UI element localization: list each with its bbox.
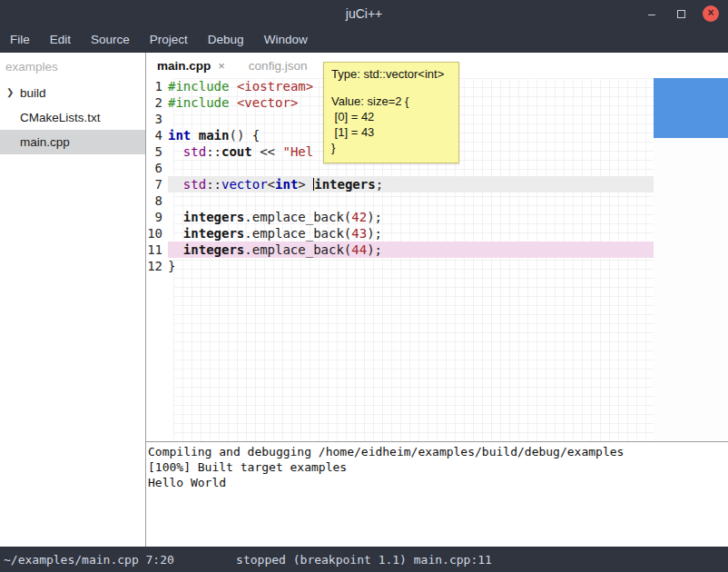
- code-line-7[interactable]: 7 std::vector<int> integers;: [146, 176, 728, 192]
- menu-edit[interactable]: Edit: [40, 27, 81, 53]
- code-token: #include: [168, 95, 229, 110]
- minimize-button[interactable]: –: [644, 6, 659, 21]
- code-token: () {: [229, 128, 260, 143]
- line-number: 7: [146, 176, 168, 192]
- code-token: #include: [168, 79, 229, 94]
- code-line-8[interactable]: 8: [146, 192, 728, 209]
- code-token: .emplace_back(: [244, 210, 351, 224]
- code-token: int: [275, 177, 298, 192]
- window-title: juCi++: [0, 6, 728, 21]
- line-number: 9: [146, 209, 168, 225]
- tree-item-label: main.cpp: [20, 135, 70, 149]
- code-token: [229, 79, 236, 94]
- line-number: 12: [146, 258, 168, 274]
- menu-project[interactable]: Project: [140, 27, 198, 53]
- code-token: [191, 128, 198, 143]
- code-token: );: [367, 242, 382, 257]
- debug-tooltip: Type: std::vector<int> Value: size=2 { […: [323, 62, 459, 163]
- terminal-line: [100%] Built target examples: [148, 459, 728, 475]
- code-line-9[interactable]: 9 integers.emplace_back(42);: [146, 209, 728, 225]
- line-content: }: [168, 258, 654, 274]
- code-token: ;: [376, 177, 383, 192]
- tooltip-value-line: }: [331, 140, 451, 155]
- code-token: [168, 144, 183, 159]
- line-number: 2: [146, 94, 168, 111]
- line-number: 8: [146, 192, 168, 209]
- tree-item-cmakelists-txt[interactable]: CMakeLists.txt: [0, 105, 145, 130]
- tooltip-value-line: [0] = 42: [331, 109, 451, 124]
- code-line-10[interactable]: 10 integers.emplace_back(43);: [146, 225, 728, 242]
- tab-label: config.json: [249, 59, 308, 73]
- tree-item-main-cpp[interactable]: main.cpp: [0, 130, 145, 154]
- menu-source[interactable]: Source: [81, 27, 140, 53]
- terminal-panel[interactable]: Compiling and debugging /home/eidheim/ex…: [146, 441, 728, 547]
- file-tree-sidebar: examples ❯buildCMakeLists.txtmain.cpp: [0, 53, 146, 547]
- code-token: int: [168, 128, 191, 143]
- line-content: integers.emplace_back(44);: [168, 242, 654, 258]
- code-token: ::: [206, 144, 221, 159]
- tooltip-value-line: Value: size=2 {: [331, 94, 451, 109]
- code-token: 43: [351, 226, 367, 241]
- terminal-line: Compiling and debugging /home/eidheim/ex…: [148, 444, 728, 459]
- code-token: std: [183, 177, 206, 192]
- terminal-output: Compiling and debugging /home/eidheim/ex…: [148, 444, 728, 490]
- code-token: [168, 210, 183, 224]
- source-map[interactable]: [654, 78, 728, 441]
- code-token: <: [268, 177, 275, 192]
- code-token: main: [199, 128, 230, 143]
- tooltip-value-line: [1] = 43: [331, 124, 451, 140]
- menu-window[interactable]: Window: [254, 27, 318, 53]
- menubar: FileEditSourceProjectDebugWindow: [0, 27, 728, 53]
- code-token: }: [168, 259, 175, 273]
- line-number: 11: [146, 242, 168, 258]
- code-token: <vector>: [237, 95, 298, 110]
- code-token: integers: [183, 242, 244, 257]
- line-content: integers.emplace_back(43);: [168, 225, 654, 242]
- line-number: 3: [146, 111, 168, 127]
- code-token: std: [183, 144, 206, 159]
- code-token: >: [298, 177, 305, 192]
- window-controls: – ×: [644, 0, 719, 27]
- code-token: "Hel: [282, 144, 313, 159]
- code-token: integers: [183, 226, 244, 241]
- tab-main-cpp[interactable]: main.cpp×: [157, 59, 225, 73]
- menu-debug[interactable]: Debug: [198, 27, 254, 53]
- tab-close-icon[interactable]: ×: [218, 59, 225, 73]
- tooltip-type-line: Type: std::vector<int>: [331, 67, 451, 81]
- code-token: integers: [183, 210, 244, 224]
- code-token: 42: [351, 210, 367, 224]
- tree-item-label: CMakeLists.txt: [20, 111, 101, 124]
- line-number: 5: [146, 143, 168, 160]
- code-line-11[interactable]: 11 integers.emplace_back(44);: [146, 242, 728, 258]
- code-token: );: [367, 210, 382, 224]
- code-line-12[interactable]: 12}: [146, 258, 728, 274]
- titlebar: juCi++ – ×: [0, 0, 728, 27]
- maximize-button[interactable]: [674, 6, 688, 21]
- scrollbar-thumb[interactable]: [654, 78, 728, 138]
- code-token: 44: [351, 242, 367, 257]
- line-content: integers.emplace_back(42);: [168, 209, 654, 225]
- tree-item-build[interactable]: ❯build: [0, 81, 145, 105]
- tab-config-json[interactable]: config.json: [249, 59, 308, 73]
- code-token: vector: [221, 177, 268, 192]
- code-token: ::: [206, 177, 221, 192]
- code-token: [168, 226, 183, 241]
- expander-chevron-icon[interactable]: ❯: [6, 87, 14, 97]
- code-token: <<: [252, 144, 283, 159]
- line-number: 4: [146, 127, 168, 143]
- tree-item-label: build: [20, 86, 46, 100]
- code-token: cout: [221, 144, 252, 159]
- statusbar: ~/examples/main.cpp 7:20 stopped (breakp…: [0, 547, 728, 572]
- code-token: integers: [314, 177, 375, 192]
- maximize-icon: [677, 10, 685, 18]
- menu-file[interactable]: File: [0, 27, 40, 53]
- line-number: 6: [146, 160, 168, 176]
- status-file-position: ~/examples/main.cpp 7:20: [4, 553, 174, 567]
- line-number: 10: [146, 225, 168, 242]
- code-token: [306, 177, 313, 192]
- code-token: [168, 242, 183, 257]
- tab-label: main.cpp: [157, 59, 211, 73]
- close-button[interactable]: ×: [703, 5, 719, 22]
- file-tree: ❯buildCMakeLists.txtmain.cpp: [0, 81, 145, 154]
- line-number: 1: [146, 78, 168, 94]
